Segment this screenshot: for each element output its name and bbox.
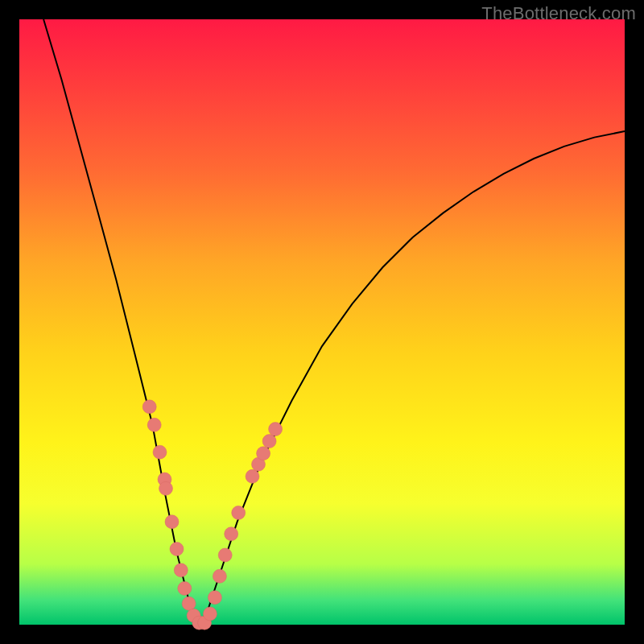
highlight-dot: [170, 543, 184, 556]
watermark-text: TheBottleneck.com: [481, 3, 636, 24]
highlight-dot: [213, 569, 226, 583]
chart-svg: [19, 19, 625, 625]
highlight-dot: [218, 548, 232, 562]
highlight-dot: [246, 469, 259, 483]
highlight-dot: [147, 418, 161, 431]
highlight-dot: [225, 527, 238, 541]
highlight-dot: [269, 423, 283, 436]
highlight-dot: [165, 515, 179, 529]
highlight-dot: [182, 597, 196, 610]
highlight-dot: [232, 506, 246, 519]
highlight-dot: [178, 581, 192, 595]
highlight-dot: [142, 400, 156, 414]
bottleneck-curve: [43, 19, 625, 625]
highlighted-dots-group: [142, 400, 282, 630]
highlight-dot: [208, 591, 221, 605]
highlight-dot: [203, 607, 217, 621]
highlight-dot: [153, 445, 167, 459]
highlight-dot: [174, 564, 188, 577]
highlight-dot: [257, 447, 270, 460]
chart-frame: [19, 19, 625, 625]
highlight-dot: [159, 481, 173, 495]
highlight-dot: [262, 435, 276, 448]
